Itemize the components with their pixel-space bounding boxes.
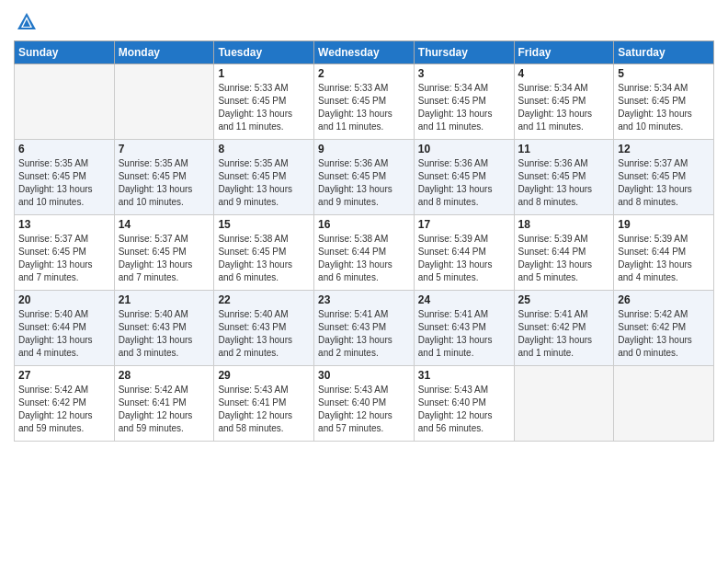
day-number: 23	[318, 293, 410, 306]
day-number: 25	[518, 293, 610, 306]
day-number: 9	[318, 143, 410, 155]
day-number: 24	[418, 293, 510, 306]
day-number: 28	[119, 369, 210, 382]
weekday-header-saturday: Saturday	[614, 41, 714, 64]
calendar-cell: 25Sunrise: 5:41 AMSunset: 6:42 PMDayligh…	[514, 291, 614, 366]
calendar-cell: 10Sunrise: 5:36 AMSunset: 6:45 PMDayligh…	[414, 140, 514, 215]
calendar-cell: 24Sunrise: 5:41 AMSunset: 6:43 PMDayligh…	[414, 291, 514, 366]
calendar-cell: 19Sunrise: 5:39 AMSunset: 6:44 PMDayligh…	[614, 215, 714, 291]
calendar-cell: 29Sunrise: 5:43 AMSunset: 6:41 PMDayligh…	[214, 366, 314, 442]
day-number: 18	[518, 218, 610, 231]
calendar-cell: 20Sunrise: 5:40 AMSunset: 6:44 PMDayligh…	[15, 291, 115, 366]
calendar-cell: 26Sunrise: 5:42 AMSunset: 6:42 PMDayligh…	[614, 291, 714, 366]
calendar-week-row: 20Sunrise: 5:40 AMSunset: 6:44 PMDayligh…	[15, 291, 714, 366]
calendar-cell: 27Sunrise: 5:42 AMSunset: 6:42 PMDayligh…	[15, 366, 115, 442]
weekday-header-thursday: Thursday	[414, 41, 514, 64]
calendar-cell: 11Sunrise: 5:36 AMSunset: 6:45 PMDayligh…	[514, 140, 614, 215]
calendar-cell: 3Sunrise: 5:34 AMSunset: 6:45 PMDaylight…	[414, 64, 514, 140]
day-info: Sunrise: 5:42 AMSunset: 6:41 PMDaylight:…	[119, 384, 210, 435]
calendar-cell: 21Sunrise: 5:40 AMSunset: 6:43 PMDayligh…	[114, 291, 214, 366]
calendar-cell: 18Sunrise: 5:39 AMSunset: 6:44 PMDayligh…	[514, 215, 614, 291]
day-number: 27	[18, 369, 110, 382]
day-number: 12	[618, 143, 710, 155]
day-number: 8	[218, 143, 310, 155]
day-info: Sunrise: 5:40 AMSunset: 6:43 PMDaylight:…	[119, 308, 210, 360]
day-number: 20	[18, 293, 110, 306]
day-info: Sunrise: 5:36 AMSunset: 6:45 PMDaylight:…	[418, 157, 510, 209]
day-info: Sunrise: 5:35 AMSunset: 6:45 PMDaylight:…	[18, 157, 110, 209]
day-number: 13	[18, 218, 110, 231]
day-number: 15	[218, 218, 310, 231]
weekday-header-tuesday: Tuesday	[214, 41, 314, 64]
calendar-cell: 13Sunrise: 5:37 AMSunset: 6:45 PMDayligh…	[15, 215, 115, 291]
day-info: Sunrise: 5:37 AMSunset: 6:45 PMDaylight:…	[119, 233, 210, 284]
calendar-week-row: 27Sunrise: 5:42 AMSunset: 6:42 PMDayligh…	[15, 366, 714, 442]
day-number: 21	[119, 293, 210, 306]
calendar-cell: 17Sunrise: 5:39 AMSunset: 6:44 PMDayligh…	[414, 215, 514, 291]
day-number: 19	[618, 218, 710, 231]
weekday-header-friday: Friday	[514, 41, 614, 64]
day-info: Sunrise: 5:34 AMSunset: 6:45 PMDaylight:…	[418, 82, 510, 133]
calendar-cell: 22Sunrise: 5:40 AMSunset: 6:43 PMDayligh…	[214, 291, 314, 366]
day-info: Sunrise: 5:34 AMSunset: 6:45 PMDaylight:…	[518, 82, 610, 133]
calendar-cell	[114, 64, 214, 140]
day-info: Sunrise: 5:35 AMSunset: 6:45 PMDaylight:…	[218, 157, 310, 209]
day-info: Sunrise: 5:39 AMSunset: 6:44 PMDaylight:…	[418, 233, 510, 284]
calendar-cell: 12Sunrise: 5:37 AMSunset: 6:45 PMDayligh…	[614, 140, 714, 215]
header	[14, 9, 714, 35]
day-number: 14	[119, 218, 210, 231]
day-number: 30	[318, 369, 410, 382]
day-info: Sunrise: 5:39 AMSunset: 6:44 PMDaylight:…	[618, 233, 710, 284]
calendar-cell: 4Sunrise: 5:34 AMSunset: 6:45 PMDaylight…	[514, 64, 614, 140]
calendar-week-row: 6Sunrise: 5:35 AMSunset: 6:45 PMDaylight…	[15, 140, 714, 215]
calendar-week-row: 13Sunrise: 5:37 AMSunset: 6:45 PMDayligh…	[15, 215, 714, 291]
day-number: 22	[218, 293, 310, 306]
day-info: Sunrise: 5:41 AMSunset: 6:43 PMDaylight:…	[318, 308, 410, 360]
day-info: Sunrise: 5:36 AMSunset: 6:45 PMDaylight:…	[318, 157, 410, 209]
calendar-cell: 6Sunrise: 5:35 AMSunset: 6:45 PMDaylight…	[15, 140, 115, 215]
day-info: Sunrise: 5:34 AMSunset: 6:45 PMDaylight:…	[618, 82, 710, 133]
calendar-cell: 31Sunrise: 5:43 AMSunset: 6:40 PMDayligh…	[414, 366, 514, 442]
calendar-cell: 1Sunrise: 5:33 AMSunset: 6:45 PMDaylight…	[214, 64, 314, 140]
day-number: 26	[618, 293, 710, 306]
calendar-header-row: SundayMondayTuesdayWednesdayThursdayFrid…	[15, 41, 714, 64]
day-info: Sunrise: 5:37 AMSunset: 6:45 PMDaylight:…	[18, 233, 110, 284]
calendar-cell: 9Sunrise: 5:36 AMSunset: 6:45 PMDaylight…	[314, 140, 415, 215]
day-info: Sunrise: 5:33 AMSunset: 6:45 PMDaylight:…	[218, 82, 310, 133]
day-info: Sunrise: 5:43 AMSunset: 6:41 PMDaylight:…	[218, 384, 310, 435]
day-info: Sunrise: 5:36 AMSunset: 6:45 PMDaylight:…	[518, 157, 610, 209]
day-number: 3	[418, 67, 510, 80]
day-number: 5	[618, 67, 710, 80]
calendar-cell	[514, 366, 614, 442]
calendar-cell: 30Sunrise: 5:43 AMSunset: 6:40 PMDayligh…	[314, 366, 415, 442]
day-info: Sunrise: 5:41 AMSunset: 6:43 PMDaylight:…	[418, 308, 510, 360]
day-info: Sunrise: 5:40 AMSunset: 6:43 PMDaylight:…	[218, 308, 310, 360]
calendar-cell	[15, 64, 115, 140]
weekday-header-wednesday: Wednesday	[314, 41, 415, 64]
calendar-table: SundayMondayTuesdayWednesdayThursdayFrid…	[14, 40, 714, 442]
calendar-cell: 7Sunrise: 5:35 AMSunset: 6:45 PMDaylight…	[114, 140, 214, 215]
calendar-cell: 16Sunrise: 5:38 AMSunset: 6:44 PMDayligh…	[314, 215, 415, 291]
logo	[14, 9, 41, 35]
day-info: Sunrise: 5:42 AMSunset: 6:42 PMDaylight:…	[618, 308, 710, 360]
day-number: 31	[418, 369, 510, 382]
calendar-cell: 2Sunrise: 5:33 AMSunset: 6:45 PMDaylight…	[314, 64, 415, 140]
day-number: 6	[18, 143, 110, 155]
calendar-cell: 23Sunrise: 5:41 AMSunset: 6:43 PMDayligh…	[314, 291, 415, 366]
day-info: Sunrise: 5:41 AMSunset: 6:42 PMDaylight:…	[518, 308, 610, 360]
day-number: 4	[518, 67, 610, 80]
day-info: Sunrise: 5:35 AMSunset: 6:45 PMDaylight:…	[119, 157, 210, 209]
day-info: Sunrise: 5:42 AMSunset: 6:42 PMDaylight:…	[18, 384, 110, 435]
day-info: Sunrise: 5:33 AMSunset: 6:45 PMDaylight:…	[318, 82, 410, 133]
day-number: 11	[518, 143, 610, 155]
calendar-cell: 5Sunrise: 5:34 AMSunset: 6:45 PMDaylight…	[614, 64, 714, 140]
day-info: Sunrise: 5:39 AMSunset: 6:44 PMDaylight:…	[518, 233, 610, 284]
calendar-cell: 8Sunrise: 5:35 AMSunset: 6:45 PMDaylight…	[214, 140, 314, 215]
day-number: 2	[318, 67, 410, 80]
calendar-cell: 14Sunrise: 5:37 AMSunset: 6:45 PMDayligh…	[114, 215, 214, 291]
day-number: 17	[418, 218, 510, 231]
page: SundayMondayTuesdayWednesdayThursdayFrid…	[0, 0, 728, 563]
day-info: Sunrise: 5:40 AMSunset: 6:44 PMDaylight:…	[18, 308, 110, 360]
calendar-cell: 15Sunrise: 5:38 AMSunset: 6:45 PMDayligh…	[214, 215, 314, 291]
day-info: Sunrise: 5:37 AMSunset: 6:45 PMDaylight:…	[618, 157, 710, 209]
